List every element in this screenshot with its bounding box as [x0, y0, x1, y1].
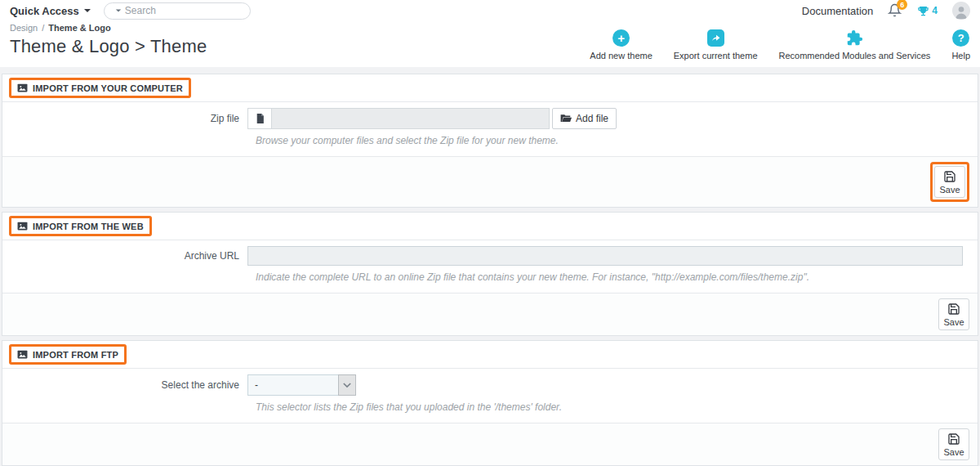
- select-archive-help: This selector lists the Zip files that y…: [2, 401, 978, 413]
- panel-import-ftp-header: IMPORT FROM FTP: [2, 341, 978, 369]
- archive-url-label: Archive URL: [2, 250, 247, 262]
- puzzle-icon: [846, 29, 863, 47]
- picture-icon: [17, 83, 28, 93]
- file-icon: [247, 108, 272, 129]
- notifications-button[interactable]: 6: [888, 3, 902, 18]
- header-toolbar: + Add new theme Export current theme Rec…: [590, 29, 970, 60]
- chevron-down-icon: [338, 374, 356, 396]
- top-bar: Quick Access Documentation 6 4: [0, 0, 980, 21]
- help-button[interactable]: ? Help: [951, 29, 970, 60]
- trophy-icon: [917, 5, 929, 17]
- panel-import-web-header: IMPORT FROM THE WEB: [2, 213, 978, 240]
- save-icon: [947, 432, 960, 446]
- panel-import-ftp: IMPORT FROM FTP Select the archive -: [2, 340, 978, 466]
- chevron-down-icon: [84, 9, 91, 12]
- achievements-button[interactable]: 4: [917, 5, 938, 17]
- panel-import-computer: IMPORT FROM YOUR COMPUTER Zip file: [2, 74, 978, 208]
- picture-icon: [17, 221, 28, 231]
- save-button[interactable]: Save: [938, 428, 969, 460]
- panel-title: IMPORT FROM FTP: [33, 350, 118, 360]
- theme-import-page: Quick Access Documentation 6 4 Desi: [0, 0, 980, 466]
- save-icon: [943, 170, 956, 183]
- save-icon: [947, 302, 960, 316]
- topbar-right: Documentation 6 4: [802, 2, 970, 20]
- panel-import-ftp-body: Select the archive - This selector lists…: [2, 369, 978, 423]
- picture-icon: [17, 349, 28, 360]
- person-icon: [953, 3, 969, 20]
- select-archive-label: Select the archive: [2, 379, 247, 391]
- question-circle-icon: ?: [952, 29, 969, 47]
- add-new-theme-label: Add new theme: [590, 51, 652, 60]
- help-label: Help: [951, 51, 970, 60]
- save-label: Save: [943, 317, 964, 327]
- main-content: IMPORT FROM YOUR COMPUTER Zip file: [0, 67, 980, 466]
- panel-import-computer-footer: Save: [2, 156, 978, 207]
- quick-access-menu[interactable]: Quick Access: [10, 5, 91, 17]
- highlight-box: IMPORT FROM FTP: [9, 344, 127, 365]
- add-file-label: Add file: [576, 113, 608, 124]
- highlight-box: Save: [930, 162, 969, 202]
- panel-import-computer-header: IMPORT FROM YOUR COMPUTER: [2, 74, 978, 102]
- archive-select-value: -: [247, 374, 338, 396]
- save-button[interactable]: Save: [934, 166, 965, 198]
- export-arrow-icon: [707, 29, 724, 47]
- notification-badge: 6: [897, 0, 907, 10]
- global-search[interactable]: [104, 2, 251, 20]
- highlight-box: IMPORT FROM THE WEB: [9, 216, 152, 236]
- page-header: Design / Theme & Logo Theme & Logo > The…: [0, 21, 980, 67]
- highlight-box: IMPORT FROM YOUR COMPUTER: [9, 78, 191, 98]
- recommended-modules-button[interactable]: Recommended Modules and Services: [779, 29, 931, 60]
- plus-circle-icon: +: [612, 29, 630, 47]
- add-new-theme-button[interactable]: + Add new theme: [590, 29, 652, 60]
- export-current-theme-button[interactable]: Export current theme: [674, 29, 758, 60]
- documentation-link[interactable]: Documentation: [802, 5, 873, 17]
- search-scope-chevron-icon[interactable]: [116, 9, 121, 11]
- save-label: Save: [939, 185, 960, 195]
- zip-file-label: Zip file: [2, 113, 247, 124]
- archive-select[interactable]: -: [247, 374, 356, 396]
- panel-import-ftp-footer: Save: [2, 423, 978, 465]
- zip-file-input[interactable]: [272, 108, 550, 129]
- save-button[interactable]: Save: [938, 298, 969, 330]
- panel-import-computer-body: Zip file Add file: [2, 102, 978, 156]
- archive-url-help: Indicate the complete URL to an online Z…: [2, 271, 978, 283]
- save-label: Save: [943, 447, 964, 457]
- archive-url-input[interactable]: [247, 246, 963, 266]
- panel-import-web-body: Archive URL Indicate the complete URL to…: [2, 240, 978, 293]
- panel-import-web: IMPORT FROM THE WEB Archive URL Indicate…: [2, 212, 978, 336]
- export-current-theme-label: Export current theme: [674, 51, 758, 60]
- zip-file-input-group: [247, 108, 550, 129]
- panel-title: IMPORT FROM YOUR COMPUTER: [33, 83, 183, 93]
- quick-access-label: Quick Access: [10, 5, 79, 17]
- breadcrumb-current: Theme & Logo: [48, 23, 110, 33]
- recommended-modules-label: Recommended Modules and Services: [779, 51, 931, 60]
- breadcrumb-parent[interactable]: Design: [10, 23, 38, 33]
- breadcrumb-separator: /: [42, 23, 44, 33]
- add-file-button[interactable]: Add file: [552, 108, 617, 129]
- panel-import-web-footer: Save: [2, 293, 978, 335]
- avatar[interactable]: [952, 2, 970, 20]
- trophy-count: 4: [932, 5, 938, 16]
- zip-file-help: Browse your computer files and select th…: [2, 135, 978, 146]
- panel-title: IMPORT FROM THE WEB: [33, 222, 144, 231]
- search-input[interactable]: [125, 5, 252, 16]
- folder-open-icon: [560, 114, 572, 123]
